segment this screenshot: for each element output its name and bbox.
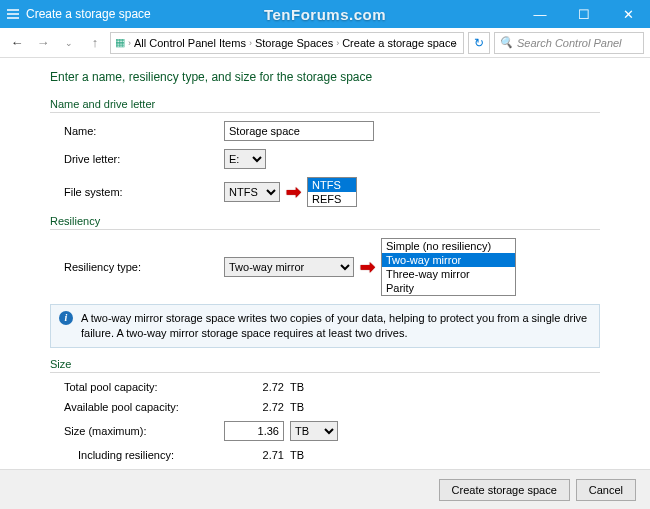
recent-dropdown[interactable]: ⌄ — [58, 32, 80, 54]
section-resiliency: Resiliency — [50, 215, 600, 230]
res-option-twoway[interactable]: Two-way mirror — [382, 253, 515, 267]
main-content: Enter a name, resiliency type, and size … — [0, 58, 650, 469]
size-input[interactable] — [224, 421, 284, 441]
page-heading: Enter a name, resiliency type, and size … — [50, 70, 600, 84]
forward-button[interactable]: → — [32, 32, 54, 54]
res-option-parity[interactable]: Parity — [382, 281, 515, 295]
res-option-simple[interactable]: Simple (no resiliency) — [382, 239, 515, 253]
total-capacity-unit: TB — [290, 381, 320, 393]
cancel-button[interactable]: Cancel — [576, 479, 636, 501]
minimize-button[interactable]: — — [518, 0, 562, 28]
watermark-text: TenForums.com — [264, 6, 386, 23]
close-button[interactable]: ✕ — [606, 0, 650, 28]
filesystem-dropdown-open: NTFS REFS — [307, 177, 357, 207]
incl-resiliency-value: 2.71 — [224, 449, 284, 461]
search-icon: 🔍 — [499, 36, 513, 49]
resiliency-dropdown-open: Simple (no resiliency) Two-way mirror Th… — [381, 238, 516, 296]
back-button[interactable]: ← — [6, 32, 28, 54]
red-arrow-icon: ➡ — [360, 258, 375, 276]
up-button[interactable]: ↑ — [84, 32, 106, 54]
maximize-button[interactable]: ☐ — [562, 0, 606, 28]
name-input[interactable] — [224, 121, 374, 141]
res-option-threeway[interactable]: Three-way mirror — [382, 267, 515, 281]
control-panel-icon: ▦ — [115, 36, 125, 49]
label-size-max: Size (maximum): — [64, 425, 224, 437]
refresh-button[interactable]: ↻ — [468, 32, 490, 54]
create-storage-space-button[interactable]: Create storage space — [439, 479, 570, 501]
drive-letter-select[interactable]: E: — [224, 149, 266, 169]
hamburger-icon — [6, 7, 20, 21]
label-filesystem: File system: — [64, 186, 224, 198]
footer-bar: Create storage space Cancel — [0, 469, 650, 509]
resiliency-type-select[interactable]: Two-way mirror — [224, 257, 354, 277]
label-avail-capacity: Available pool capacity: — [64, 401, 224, 413]
size-unit-select[interactable]: TB — [290, 421, 338, 441]
resiliency-info-box: i A two-way mirror storage space writes … — [50, 304, 600, 348]
label-name: Name: — [64, 125, 224, 137]
section-size: Size — [50, 358, 600, 373]
red-arrow-icon: ➡ — [286, 183, 301, 201]
label-drive: Drive letter: — [64, 153, 224, 165]
window-title: Create a storage space — [26, 7, 151, 21]
incl-resiliency-unit: TB — [290, 449, 320, 461]
label-resiliency-type: Resiliency type: — [64, 261, 224, 273]
avail-capacity-unit: TB — [290, 401, 320, 413]
fs-option-refs[interactable]: REFS — [308, 192, 356, 206]
total-capacity-value: 2.72 — [224, 381, 284, 393]
info-icon: i — [59, 311, 73, 325]
search-input[interactable]: 🔍 Search Control Panel — [494, 32, 644, 54]
address-bar: ← → ⌄ ↑ ▦ › All Control Panel Items › St… — [0, 28, 650, 58]
label-including-resiliency: Including resiliency: — [78, 449, 224, 461]
resiliency-info-text: A two-way mirror storage space writes tw… — [81, 311, 591, 341]
filesystem-select[interactable]: NTFS — [224, 182, 280, 202]
avail-capacity-value: 2.72 — [224, 401, 284, 413]
breadcrumb-history-icon[interactable]: ⌄ — [451, 38, 459, 48]
breadcrumb-bar[interactable]: ▦ › All Control Panel Items › Storage Sp… — [110, 32, 464, 54]
fs-option-ntfs[interactable]: NTFS — [308, 178, 356, 192]
label-total-capacity: Total pool capacity: — [64, 381, 224, 393]
window-titlebar: Create a storage space TenForums.com — ☐… — [0, 0, 650, 28]
section-name-letter: Name and drive letter — [50, 98, 600, 113]
